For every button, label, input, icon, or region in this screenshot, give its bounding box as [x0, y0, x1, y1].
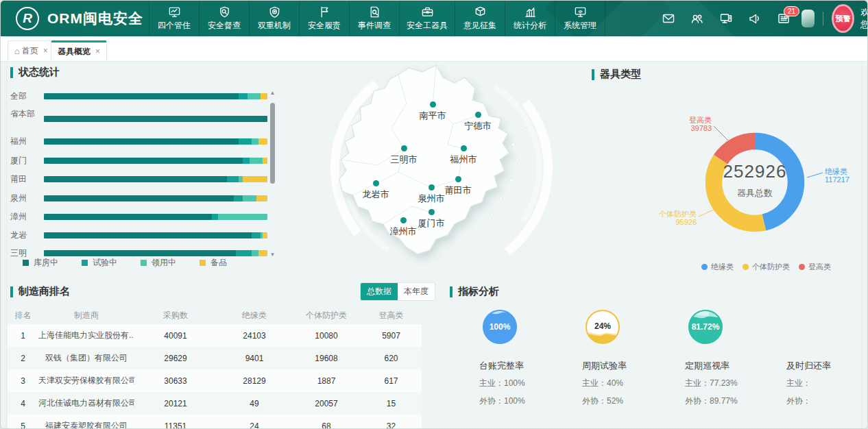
status-bar [44, 176, 267, 182]
city-dot-icon[interactable] [429, 184, 435, 191]
legend-item-试验中[interactable]: 试验中 [82, 257, 117, 269]
nav-item-label: 四个管住 [158, 20, 191, 32]
city-dot-icon[interactable] [475, 112, 481, 118]
table-cell: 20057 [292, 399, 361, 408]
city-marker-宁德市[interactable]: 宁德市 [456, 112, 500, 132]
donut-legend-item-个体防护类[interactable]: 个体防护类 [743, 262, 790, 272]
legend-label: 试验中 [93, 257, 117, 269]
legend-label: 绝缘类 [711, 262, 734, 272]
alert-badge[interactable]: 预警 [832, 4, 854, 33]
tab-close-icon[interactable]: × [95, 47, 100, 56]
chart-scrollbar[interactable]: ▲ ▼ [269, 90, 276, 258]
tab-器具概览[interactable]: 器具概览× [51, 40, 107, 60]
callout-value: 95926 [638, 218, 697, 226]
nav-item-8[interactable]: 统计分析 [505, 1, 555, 36]
city-marker-南平市[interactable]: 南平市 [411, 101, 455, 122]
mail-icon[interactable] [662, 12, 675, 25]
tab-首页[interactable]: ⌂首页× [8, 40, 55, 60]
divider [823, 12, 823, 25]
status-bar-label: 龙岩 [10, 230, 35, 240]
megaphone-icon [748, 12, 762, 25]
donut-legend-item-登高类[interactable]: 登高类 [799, 262, 831, 272]
city-dot-icon[interactable] [461, 145, 467, 151]
bar-segment [252, 250, 258, 256]
nav-item-1[interactable]: 四个管住 [149, 1, 199, 36]
status-bar-label: 三明 [10, 248, 35, 258]
nav-item-5[interactable]: 事件调查 [349, 1, 399, 36]
city-dot-icon[interactable] [430, 101, 436, 108]
manufacturer-name: 河北佳诚电力器材有限公司 [38, 397, 134, 409]
cube-pen-icon [474, 5, 487, 19]
tab-close-icon[interactable]: × [43, 46, 48, 56]
city-marker-福州市[interactable]: 福州市 [442, 145, 485, 166]
top-navbar: R ORM闽电安全 四个管住安全督查双重机制安全履责事件调查安全工器具意见征集统… [1, 1, 867, 36]
app-logo[interactable]: R [16, 7, 39, 30]
indicator-sub-rate: 外协：89.77% [685, 395, 738, 407]
nav-item-label: 事件调查 [358, 20, 391, 32]
city-marker-龙岩市[interactable]: 龙岩市 [354, 180, 398, 201]
donut-legend-item-绝缘类[interactable]: 绝缘类 [701, 262, 734, 272]
bar-segment [263, 232, 267, 238]
nav-item-9[interactable]: 系统管理 [555, 1, 605, 36]
city-dot-icon[interactable] [429, 209, 435, 215]
nav-item-7[interactable]: 意见征集 [455, 1, 505, 36]
city-dot-icon[interactable] [400, 217, 407, 223]
scroll-thumb[interactable] [270, 103, 275, 184]
equipment-type-donut[interactable] [700, 127, 810, 237]
city-dot-icon[interactable] [455, 176, 461, 182]
city-dot-icon[interactable] [373, 180, 379, 186]
legend-label: 库房中 [34, 257, 58, 269]
nav-item-label: 安全督查 [208, 20, 241, 32]
indicator-周期试验率: 24%周期试验率主业：40%外协：52% [579, 309, 679, 345]
status-bar [44, 214, 267, 220]
table-cell: 49 [217, 399, 292, 408]
bar-segment [252, 232, 261, 238]
megaphone-icon[interactable] [748, 12, 762, 25]
avatar[interactable] [801, 10, 815, 27]
indicator-台账完整率: 100%台账完整率主业：100%外协：100% [477, 309, 576, 345]
screens-icon[interactable] [719, 12, 733, 25]
city-dot-icon[interactable] [401, 145, 407, 151]
city-label: 南平市 [411, 110, 455, 122]
content-left-border [6, 62, 7, 428]
bar-segment [243, 158, 250, 164]
legend-item-库房中[interactable]: 库房中 [23, 257, 58, 269]
status-bar [44, 195, 267, 201]
bar-segment [44, 214, 212, 220]
nav-item-4[interactable]: 安全履责 [299, 1, 349, 36]
users-icon[interactable] [690, 12, 704, 25]
status-bar [44, 158, 267, 164]
nav-item-label: 安全工器具 [407, 20, 448, 32]
fujian-map: 南平市宁德市三明市福州市龙岩市莆田市泉州市厦门市漳州市 [296, 62, 590, 275]
toggle-总数据[interactable]: 总数据 [361, 283, 398, 300]
table-cell: 1887 [292, 376, 361, 386]
indicator-main-rate: 主业： [786, 378, 811, 389]
city-marker-三明市[interactable]: 三明市 [382, 145, 426, 166]
toolbox-icon [421, 5, 434, 19]
table-cell: 28129 [217, 376, 292, 386]
legend-swatch [82, 260, 88, 266]
news-icon[interactable]: 21 [777, 12, 791, 25]
nav-item-6[interactable]: 安全工器具 [399, 1, 455, 36]
nav-item-2[interactable]: 安全督查 [199, 1, 249, 36]
notification-count-badge: 21 [784, 6, 799, 16]
manufacturer-name: 天津双安劳保橡胶有限公司 [38, 375, 134, 387]
nav-item-3[interactable]: 双重机制 [249, 1, 299, 36]
nav-item-label: 意见征集 [463, 20, 496, 32]
city-marker-漳州市[interactable]: 漳州市 [381, 217, 425, 238]
legend-dot [701, 264, 708, 270]
toggle-本年度[interactable]: 本年度 [398, 283, 435, 300]
legend-item-领用中[interactable]: 领用中 [141, 257, 176, 269]
status-bar-row: 省本部 [10, 116, 275, 130]
file-search-icon [368, 5, 381, 19]
city-marker-泉州市[interactable]: 泉州市 [409, 184, 453, 205]
app-title: ORM闽电安全 [47, 1, 143, 36]
indicator-sub-rate: 外协： [786, 395, 811, 407]
scroll-up-icon[interactable]: ▲ [269, 90, 276, 96]
liquid-gauge: 100% [482, 309, 518, 345]
scroll-down-icon[interactable]: ▼ [269, 252, 276, 258]
legend-label: 备品 [210, 257, 227, 269]
legend-item-备品[interactable]: 备品 [200, 257, 227, 269]
city-label: 泉州市 [409, 193, 453, 205]
liquid-gauge: 81.72% [688, 309, 723, 345]
